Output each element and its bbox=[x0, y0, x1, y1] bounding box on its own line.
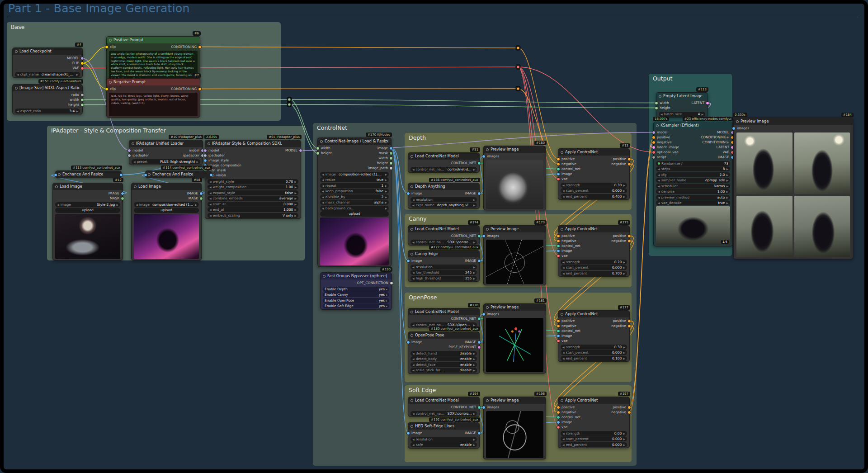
input-port-control_net[interactable] bbox=[557, 167, 560, 171]
node-ipa-loader[interactable]: #10 IPAdapter_plusIPAdapter Unified Load… bbox=[129, 140, 203, 165]
decrement-arrow-icon[interactable]: ◀ bbox=[658, 190, 660, 193]
increment-arrow-icon[interactable]: ▶ bbox=[385, 207, 387, 210]
increment-arrow-icon[interactable]: ▶ bbox=[385, 184, 387, 187]
increment-arrow-icon[interactable]: ▶ bbox=[623, 357, 625, 360]
increment-arrow-icon[interactable]: ▶ bbox=[623, 195, 625, 198]
reroute-node[interactable] bbox=[516, 86, 520, 91]
node-title-bar[interactable]: Negative Prompt bbox=[107, 79, 200, 85]
node-depth-anything[interactable]: #166 comfyui_controlnet_auxDepth Anythin… bbox=[408, 183, 480, 209]
increment-arrow-icon[interactable]: ▶ bbox=[294, 203, 297, 206]
input-port-control_net[interactable] bbox=[557, 416, 560, 419]
node-load-checkpoint[interactable]: #4Load CheckpointMODELCLIPVAE◀ckpt_named… bbox=[12, 47, 83, 78]
widget-resize[interactable]: ◀resizetrue▶ bbox=[320, 177, 389, 182]
node-ksampler[interactable]: #23 efficiency-nodes-comfyui16.097sKSamp… bbox=[653, 122, 733, 246]
decrement-arrow-icon[interactable]: ◀ bbox=[562, 272, 565, 275]
input-port-latent_image[interactable] bbox=[652, 146, 656, 149]
decrement-arrow-icon[interactable]: ◀ bbox=[412, 277, 415, 280]
toggle-arrow-icon[interactable]: ▸ bbox=[386, 293, 387, 296]
input-port-image[interactable] bbox=[406, 259, 410, 263]
increment-arrow-icon[interactable]: ▶ bbox=[473, 241, 475, 244]
node-load-image-2[interactable]: #58Load ImageIMAGEMASK◀imagecomposition-… bbox=[131, 183, 202, 260]
node-title-bar[interactable]: IPAdapter Unified Loader bbox=[129, 140, 203, 147]
decrement-arrow-icon[interactable]: ◀ bbox=[322, 207, 324, 210]
widget-seed[interactable]: Randomize /73 bbox=[656, 161, 730, 166]
widget-strength[interactable]: ◀strength0.00▶ bbox=[561, 431, 627, 436]
widget-image[interactable]: ◀imageStyle-2.jpg▶ bbox=[55, 202, 120, 207]
node-empty-latent[interactable]: #113Empty Latent ImagewidthLATENTheight◀… bbox=[656, 92, 708, 118]
output-port-positive[interactable] bbox=[627, 234, 631, 238]
decrement-arrow-icon[interactable]: ◀ bbox=[412, 357, 415, 360]
input-port-vae[interactable] bbox=[557, 339, 560, 343]
decrement-arrow-icon[interactable]: ◀ bbox=[412, 443, 415, 446]
increment-arrow-icon[interactable]: ▶ bbox=[473, 168, 475, 171]
collapse-toggle-icon[interactable] bbox=[486, 306, 489, 309]
input-port-height[interactable] bbox=[316, 151, 320, 155]
increment-arrow-icon[interactable]: ▶ bbox=[623, 351, 625, 354]
collapse-toggle-icon[interactable] bbox=[323, 275, 326, 278]
input-port-control_net[interactable] bbox=[557, 244, 560, 248]
bypass-row-enable-soft-edge[interactable]: Enable Soft Edgeyes▸ bbox=[323, 303, 389, 308]
widget-denoise[interactable]: ◀denoise1.00▶ bbox=[656, 189, 730, 194]
increment-arrow-icon[interactable]: ▶ bbox=[473, 369, 475, 372]
widget-control-net-name[interactable]: ◀control_net_nameSDXL\controlnet-sd-x...… bbox=[410, 411, 477, 416]
increment-arrow-icon[interactable]: ▶ bbox=[473, 352, 475, 355]
increment-arrow-icon[interactable]: ▶ bbox=[76, 109, 78, 113]
node-ipa-style-comp[interactable]: #65 IPAdapter_plus2.825sIPAdapter Style … bbox=[205, 140, 301, 219]
collapse-toggle-icon[interactable] bbox=[486, 228, 489, 231]
node-title-bar[interactable]: Depth Anything bbox=[408, 183, 479, 190]
widget-detect-hand[interactable]: ◀detect_handdisable▶ bbox=[410, 351, 477, 356]
input-port-images[interactable] bbox=[482, 155, 486, 158]
decrement-arrow-icon[interactable]: ◀ bbox=[412, 438, 415, 441]
widget-low-threshold[interactable]: ◀low_threshold245▶ bbox=[410, 270, 477, 275]
widget-expand-style[interactable]: ◀expand_stylefalse▶ bbox=[208, 190, 298, 195]
output-port-CONDITIONING[interactable] bbox=[198, 87, 202, 91]
input-port-vae[interactable] bbox=[557, 426, 560, 429]
widget-background-color[interactable]: ◀background_color▶ bbox=[320, 206, 389, 211]
node-title-bar[interactable]: Apply ControlNet bbox=[558, 397, 629, 404]
collapse-toggle-icon[interactable] bbox=[656, 124, 659, 127]
input-port-optional_vae[interactable] bbox=[652, 151, 656, 154]
collapse-toggle-icon[interactable] bbox=[15, 50, 18, 53]
input-port-clip[interactable] bbox=[105, 87, 108, 91]
upload-button[interactable]: upload bbox=[55, 208, 120, 213]
input-port-ipadapter[interactable] bbox=[203, 154, 207, 157]
input-port-image[interactable] bbox=[406, 341, 410, 344]
decrement-arrow-icon[interactable]: ◀ bbox=[562, 189, 565, 192]
reroute-node[interactable] bbox=[287, 97, 292, 102]
decrement-arrow-icon[interactable]: ◀ bbox=[412, 265, 415, 269]
decrement-arrow-icon[interactable]: ◀ bbox=[412, 369, 415, 372]
decrement-arrow-icon[interactable]: ◀ bbox=[562, 345, 565, 349]
decrement-arrow-icon[interactable]: ◀ bbox=[660, 113, 663, 116]
node-title-bar[interactable]: Enchance And Resize bbox=[146, 171, 211, 178]
increment-arrow-icon[interactable]: ▶ bbox=[726, 167, 728, 170]
input-port-model[interactable] bbox=[127, 149, 131, 152]
collapse-toggle-icon[interactable] bbox=[410, 311, 413, 313]
output-port-negative[interactable] bbox=[627, 324, 631, 328]
increment-arrow-icon[interactable]: ▶ bbox=[726, 201, 728, 204]
node-title-bar[interactable]: Apply ControlNet bbox=[558, 226, 629, 232]
widget-repeat[interactable]: ◀repeat1▶ bbox=[320, 183, 389, 188]
decrement-arrow-icon[interactable]: ◀ bbox=[322, 178, 324, 181]
output-port-IMAGE[interactable] bbox=[119, 173, 123, 177]
increment-arrow-icon[interactable]: ▶ bbox=[623, 189, 625, 192]
node-apply-cn-depth[interactable]: #13Apply ControlNetpositivepositivenegat… bbox=[558, 148, 630, 200]
node-openpose-pose[interactable]: #180 comfyui_controlnet_auxOpenPose Pose… bbox=[408, 331, 480, 374]
increment-arrow-icon[interactable]: ▶ bbox=[726, 173, 728, 176]
input-port-control_net[interactable] bbox=[557, 329, 560, 333]
input-port-positive[interactable] bbox=[557, 406, 560, 409]
node-load-cn-pose[interactable]: #178Load ControlNet ModelCONTROL_NET◀con… bbox=[408, 308, 480, 328]
decrement-arrow-icon[interactable]: ◀ bbox=[322, 189, 324, 193]
input-port-negative[interactable] bbox=[557, 239, 560, 243]
collapse-toggle-icon[interactable] bbox=[148, 173, 151, 176]
increment-arrow-icon[interactable]: ▶ bbox=[385, 173, 387, 176]
node-fast-bypasser[interactable]: #190Fast Groups Bypasser (rgthree)OPT_CO… bbox=[320, 272, 392, 310]
input-port-negative[interactable] bbox=[557, 324, 560, 328]
increment-arrow-icon[interactable]: ▶ bbox=[294, 214, 297, 217]
collapse-toggle-icon[interactable] bbox=[410, 334, 413, 337]
widget-ckpt-name[interactable]: ◀ckpt_namedreamshaperXL_v21TurboD...▶ bbox=[15, 72, 80, 77]
node-preview-canny[interactable]: #173Preview Imageimages bbox=[483, 225, 546, 285]
output-port-CONTROL_NET[interactable] bbox=[477, 161, 481, 165]
increment-arrow-icon[interactable]: ▶ bbox=[385, 195, 387, 199]
reroute-node[interactable] bbox=[516, 65, 520, 69]
decrement-arrow-icon[interactable]: ◀ bbox=[562, 195, 565, 198]
